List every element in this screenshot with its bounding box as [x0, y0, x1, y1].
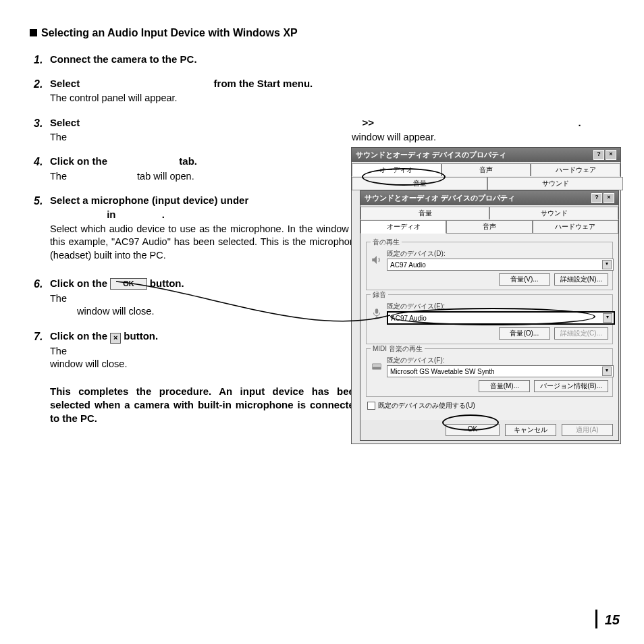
help-icon[interactable]: ?: [591, 193, 602, 203]
step-number: 5.: [34, 194, 43, 209]
conclusion-text: This completes the procedure. An input d…: [50, 385, 360, 426]
midi-icon: [371, 360, 383, 373]
step-number: 6.: [34, 277, 43, 292]
microphone-icon: [371, 307, 383, 319]
group-midi: MIDI 音楽の再生 既定のデバイス(F): Microsoft GS Wave…: [366, 348, 613, 397]
tab-audio[interactable]: オーディオ: [352, 163, 441, 176]
ok-button[interactable]: OK: [446, 424, 500, 436]
step-body: Select which audio device to use as the …: [50, 223, 360, 263]
tab-voice[interactable]: 音声: [441, 163, 531, 176]
conclusion: This completes the procedure. An input d…: [30, 385, 360, 426]
step-head-a: Select: [50, 78, 80, 89]
close-icon[interactable]: ×: [606, 150, 616, 160]
step-3: 3. Select >> . The window will appear.: [30, 116, 617, 144]
chevron-down-icon: ▾: [603, 313, 612, 323]
step-body-a: The: [50, 132, 67, 142]
cancel-button[interactable]: キャンセル: [505, 424, 556, 436]
default-only-checkbox-row[interactable]: 既定のデバイスのみ使用する(U): [367, 401, 612, 410]
volume-button[interactable]: 音量(O)...: [499, 327, 550, 340]
group-legend: 音の再生: [371, 238, 402, 247]
step-head-text: Select a microphone (input device) under: [50, 194, 248, 206]
svg-rect-0: [375, 308, 379, 314]
group-legend: MIDI 音楽の再生: [371, 344, 425, 354]
inner-window: サウンドとオーディオ デバイスのプロパティ ? × 音量 サウンド オーディオ …: [360, 190, 619, 441]
dialog-buttons: OK キャンセル 適用(A): [360, 420, 618, 440]
field-label: 既定のデバイス(E):: [387, 302, 608, 311]
playback-select[interactable]: AC97 Audio ▾: [387, 259, 614, 271]
inner-tabrow-1: 音量 サウンド: [360, 205, 618, 219]
arrows: >>: [358, 116, 379, 130]
group-playback: 音の再生 既定のデバイス(D): AC97 Audio ▾ 音量(V)...: [366, 242, 613, 290]
step-head-a: Click on the: [50, 155, 107, 167]
figure-container: サウンドとオーディオ デバイスのプロパティ ? × オーディオ 音声 ハードウェ…: [351, 147, 621, 444]
tab-sound[interactable]: サウンド: [489, 207, 618, 219]
step-head-a: Click on the: [50, 277, 107, 289]
step-body-b: window will close.: [77, 306, 154, 317]
step-head-b: button.: [150, 277, 184, 289]
step-head: Select >> .: [50, 116, 617, 130]
step-body: The tab will open.: [50, 170, 360, 184]
step-head: Select a microphone (input device) under…: [50, 194, 360, 221]
step-body: The window will appear.: [50, 131, 617, 144]
step-head: Select from the Start menu.: [50, 77, 617, 90]
field-label: 既定のデバイス(F):: [387, 356, 608, 365]
step-body: The window will close.: [50, 292, 360, 319]
step-number: 2.: [34, 77, 43, 92]
group-legend: 録音: [371, 290, 388, 300]
tab-sound[interactable]: サウンド: [487, 177, 623, 190]
step-5: 5. Select a microphone (input device) un…: [30, 194, 360, 262]
step-body-b: tab will open.: [137, 171, 194, 182]
page-number: 15: [605, 612, 620, 628]
section-title-text: Selecting an Audio Input Device with Win…: [41, 27, 298, 38]
volume-button[interactable]: 音量(V)...: [499, 273, 550, 286]
help-icon[interactable]: ?: [593, 150, 604, 160]
field-label: 既定のデバイス(D):: [387, 249, 608, 259]
inline-ok-button: OK: [110, 278, 147, 290]
recording-select[interactable]: AC97 Audio ▾: [387, 311, 615, 325]
square-bullet: [30, 29, 37, 36]
step-head: Click on the OK button.: [50, 277, 360, 290]
step-head-a: Click on the: [50, 330, 107, 342]
tab-voice[interactable]: 音声: [446, 220, 532, 234]
outer-tabrow-2: 音量 サウンド: [352, 176, 620, 190]
step-head-b: tab.: [179, 155, 197, 167]
tab-volume[interactable]: 音量: [360, 207, 489, 219]
checkbox-icon[interactable]: [367, 402, 375, 410]
outer-tabrow-1: オーディオ 音声 ハードウェア: [352, 162, 620, 176]
section-title: Selecting an Audio Input Device with Win…: [30, 26, 617, 41]
apply-button: 適用(A): [562, 424, 613, 436]
select-value: Microsoft GS Wavetable SW Synth: [390, 368, 495, 375]
chevron-down-icon: ▾: [602, 260, 612, 269]
step-head2-a: in: [107, 209, 115, 220]
window-title: サウンドとオーディオ デバイスのプロパティ: [356, 150, 506, 160]
select-value: AC97 Audio: [391, 315, 427, 322]
step-body: The control panel will appear.: [50, 92, 617, 105]
step-body-a: The: [50, 293, 67, 304]
step-head-b: button.: [124, 330, 158, 342]
midi-select[interactable]: Microsoft GS Wavetable SW Synth ▾: [387, 365, 614, 377]
step-number: 4.: [34, 155, 43, 169]
step-head: Click on the tab.: [50, 155, 360, 168]
step-4: 4. Click on the tab. The tab will open.: [30, 155, 360, 183]
step-head2-b: .: [162, 209, 165, 220]
tab-audio[interactable]: オーディオ: [360, 220, 446, 234]
step-6: 6. Click on the OK button. The window wi…: [30, 277, 360, 318]
step-head-a: Select: [50, 117, 80, 128]
tab-hardware[interactable]: ハードウェア: [533, 220, 618, 234]
svg-rect-2: [373, 364, 381, 367]
tab-hardware[interactable]: ハードウェア: [531, 163, 620, 176]
step-number: 1.: [34, 53, 43, 68]
advanced-button[interactable]: 詳細設定(N)...: [554, 273, 608, 286]
chevron-down-icon: ▾: [602, 367, 612, 376]
panel: 音の再生 既定のデバイス(D): AC97 Audio ▾ 音量(V)...: [360, 234, 618, 420]
tab-volume[interactable]: 音量: [352, 177, 487, 190]
volume-button[interactable]: 音量(M)...: [479, 380, 530, 392]
close-icon[interactable]: ×: [603, 193, 614, 203]
window-title: サウンドとオーディオ デバイスのプロパティ: [365, 193, 515, 203]
checkbox-label: 既定のデバイスのみ使用する(U): [378, 401, 475, 410]
step-7: 7. Click on the × button. The window wil…: [30, 329, 360, 371]
inner-tabrow-2: オーディオ 音声 ハードウェア: [360, 219, 618, 234]
step-body: The window will close.: [50, 345, 360, 371]
version-button[interactable]: バージョン情報(B)...: [534, 380, 608, 392]
close-icon: ×: [110, 333, 121, 344]
